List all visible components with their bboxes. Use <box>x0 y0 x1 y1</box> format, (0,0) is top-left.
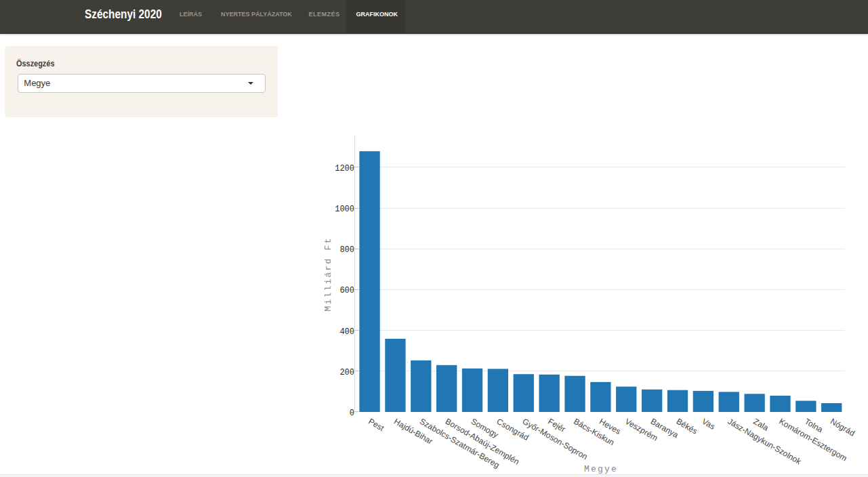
svg-text:200: 200 <box>339 368 354 377</box>
svg-text:0: 0 <box>350 409 354 418</box>
svg-text:1200: 1200 <box>335 164 354 173</box>
svg-text:600: 600 <box>339 286 354 295</box>
svg-text:Megye: Megye <box>584 464 618 474</box>
svg-text:400: 400 <box>339 327 354 337</box>
svg-text:800: 800 <box>339 245 354 255</box>
svg-text:1000: 1000 <box>335 205 354 214</box>
svg-text:Milliárd Ft: Milliárd Ft <box>323 237 333 312</box>
svg-text:Vas: Vas <box>701 417 717 432</box>
svg-text:Nógrád: Nógrád <box>829 417 856 438</box>
svg-text:Pest: Pest <box>367 417 386 433</box>
